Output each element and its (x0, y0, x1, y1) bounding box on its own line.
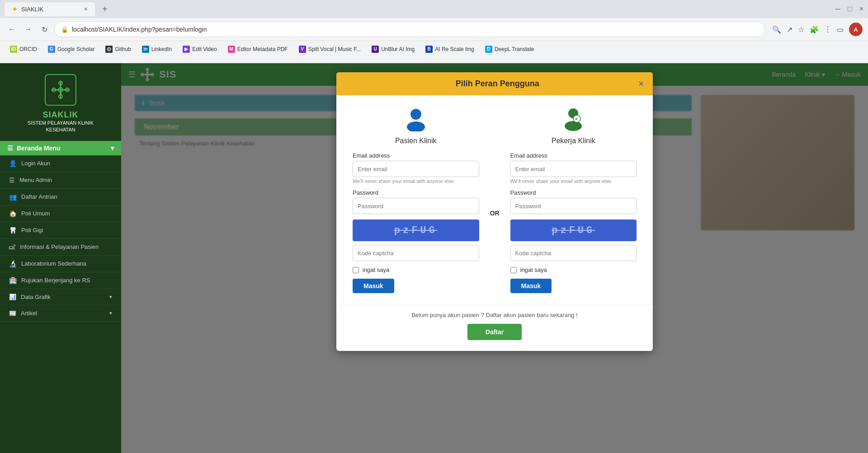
antrian-icon: 👥 (9, 193, 17, 201)
sidebar-item-login-label: Login Akun (21, 160, 50, 167)
sidebar-item-rujukan[interactable]: 🏥 Rujukan Berjenjang ke RS (0, 272, 121, 289)
logo-svg (49, 79, 72, 101)
modal-title: Pilih Peran Pengguna (356, 79, 638, 89)
svg-text:+: + (575, 117, 578, 121)
menu-icon[interactable]: ⋮ (824, 25, 831, 34)
pekerja-remember-group: ingat saya (510, 266, 637, 273)
pekerja-email-group: Email address We'll never share your ema… (510, 152, 637, 184)
pekerja-password-input[interactable] (510, 198, 637, 214)
bookmark-linkedin[interactable]: in LinkedIn (137, 44, 176, 55)
bookmark-aiscale[interactable]: B AI Re Scale Img (421, 44, 479, 55)
sidebar-logo: SIAKLIK SISTEM PELAYANAN KLINIK KESEHATA… (0, 63, 121, 141)
pekerja-password-label: Password (510, 189, 637, 196)
sidebar-item-antrian[interactable]: 👥 Daftar Antrian (0, 189, 121, 205)
pekerja-role-name: Pekerja Klinik (510, 137, 637, 145)
github-icon: ⊙ (105, 46, 113, 53)
sidebar-item-grafik[interactable]: 📊 Data Grafik ▾ (0, 289, 121, 305)
nav-forward-button[interactable]: → (22, 23, 34, 36)
pasien-captcha-group (353, 245, 479, 261)
pasien-masuk-button[interactable]: Masuk (353, 279, 394, 293)
grafik-arrow-icon: ▾ (109, 294, 112, 300)
sidebar-item-poli-umum-label: Poli Umum (21, 210, 50, 217)
sidebar-menu-header[interactable]: ☰ Beranda Menu ▾ (0, 141, 121, 155)
pekerja-captcha-group (510, 245, 637, 261)
daftar-button[interactable]: Daftar (467, 324, 522, 340)
sidebar-item-rujukan-label: Rujukan Berjenjang ke RS (21, 277, 90, 284)
bookmark-metadata-label: Editor Metadata PDF (237, 46, 288, 52)
bookmark-linkedin-label: LinkedIn (151, 46, 172, 52)
bookmark-editvideo[interactable]: ▶ Edit Video (178, 44, 222, 55)
lock-icon: 🔒 (61, 26, 68, 33)
tab-close-btn[interactable]: × (84, 5, 88, 13)
pekerja-captcha-image: pzFUG (510, 219, 637, 241)
sidebar-item-admin[interactable]: ☰ Menu Admin (0, 172, 121, 189)
pekerja-email-hint: We'll never share your email with anyone… (510, 178, 637, 184)
toolbar-icons: 🔍 ↗ ☆ 🧩 ⋮ ▭ A (772, 23, 863, 36)
unblur-icon: U (372, 46, 379, 53)
svg-point-17 (565, 121, 582, 131)
bookmark-unblur-label: UnBlur AI Img (381, 46, 415, 52)
sidebar-item-login[interactable]: 👤 Login Akun (0, 155, 121, 172)
pasien-remember-checkbox[interactable] (353, 267, 359, 273)
pasien-email-label: Email address (353, 152, 479, 159)
window-maximize[interactable]: □ (848, 5, 852, 13)
pasien-remember-group: ingat saya (353, 266, 479, 273)
pekerja-remember-checkbox[interactable] (510, 267, 517, 273)
bookmark-unblur[interactable]: U UnBlur AI Img (367, 44, 419, 55)
sidebar-item-laboratorium[interactable]: 🔬 Laboratorium Sederhana (0, 256, 121, 272)
modal-close-button[interactable]: × (638, 79, 644, 89)
bookmark-metadata[interactable]: M Editor Metadata PDF (223, 44, 292, 55)
nav-refresh-button[interactable]: ↻ (38, 23, 51, 36)
share-icon[interactable]: ↗ (787, 25, 793, 34)
modal-columns: Pasien Klinik Email address We'll never … (345, 106, 644, 293)
rujukan-icon: 🏥 (9, 277, 17, 284)
pasien-password-input[interactable] (353, 198, 479, 214)
nav-back-button[interactable]: ← (5, 23, 18, 36)
poli-gigi-icon: 🦷 (9, 227, 17, 234)
browser-addressbar-row: ← → ↻ 🔒 localhost/SIAKLIK/index.php?pesa… (0, 18, 868, 41)
pekerja-email-label: Email address (510, 152, 637, 159)
sidebar-item-poli-gigi[interactable]: 🦷 Poli Gigi (0, 222, 121, 239)
sidebar-toggle-icon[interactable]: ▭ (837, 25, 844, 34)
sidebar-item-info-pelayanan[interactable]: 🛋 Informasi & Pelayanan Pasien (0, 239, 121, 256)
new-tab-button[interactable]: + (99, 4, 111, 14)
bookmark-deepl[interactable]: D DeepL Translate (481, 44, 539, 55)
tab-favicon: ✦ (12, 5, 18, 14)
main-content: ☰ SIS Beranda Klinik ▾ → Masuk (121, 63, 868, 453)
metadata-icon: M (228, 46, 235, 53)
sidebar-logo-sub2: KESEHATAN (46, 126, 75, 133)
bookmark-icon[interactable]: ☆ (798, 25, 804, 34)
pasien-password-group: Password (353, 189, 479, 214)
pasien-email-input[interactable] (353, 161, 479, 177)
pasien-email-group: Email address We'll never share your ema… (353, 152, 479, 184)
search-icon[interactable]: 🔍 (772, 25, 781, 34)
tab-title: SIAKLIK (21, 6, 43, 13)
profile-avatar[interactable]: A (849, 23, 863, 36)
modal-header: Pilih Peran Pengguna × (336, 72, 653, 95)
pekerja-captcha-input[interactable] (510, 245, 637, 261)
extensions-icon[interactable]: 🧩 (810, 25, 819, 34)
window-minimize[interactable]: ─ (835, 5, 840, 13)
bookmark-github[interactable]: ⊙ Github (101, 44, 135, 55)
aiscale-icon: B (425, 46, 433, 53)
bookmark-vocal[interactable]: V Split Vocal | Music F... (294, 44, 366, 55)
sidebar-item-artikel[interactable]: 📰 Artikel ▾ (0, 305, 121, 322)
sidebar-item-poli-gigi-label: Poli Gigi (21, 227, 43, 234)
sidebar-menu-header-label: Beranda Menu (17, 145, 60, 152)
bookmark-github-label: Github (115, 46, 131, 52)
pekerja-masuk-button[interactable]: Masuk (510, 279, 552, 293)
window-close[interactable]: × (859, 5, 863, 13)
address-bar[interactable]: 🔒 localhost/SIAKLIK/index.php?pesan=belu… (54, 22, 765, 37)
pekerja-email-input[interactable] (510, 161, 637, 177)
lab-icon: 🔬 (9, 260, 17, 267)
browser-titlebar: ✦ SIAKLIK × + ─ □ × (0, 0, 868, 18)
linkedin-icon: in (142, 46, 149, 53)
pasien-captcha-input[interactable] (353, 245, 479, 261)
sidebar-arrow-icon: ▾ (111, 145, 114, 152)
login-icon: 👤 (9, 160, 17, 167)
bookmark-orcid[interactable]: iD ORCID (5, 44, 42, 55)
bookmark-scholar[interactable]: G Google Scholar (43, 44, 99, 55)
sidebar-item-poli-umum[interactable]: 🏠 Poli Umum (0, 205, 121, 222)
bookmark-aiscale-label: AI Re Scale Img (435, 46, 474, 52)
browser-tab[interactable]: ✦ SIAKLIK × (5, 2, 95, 16)
